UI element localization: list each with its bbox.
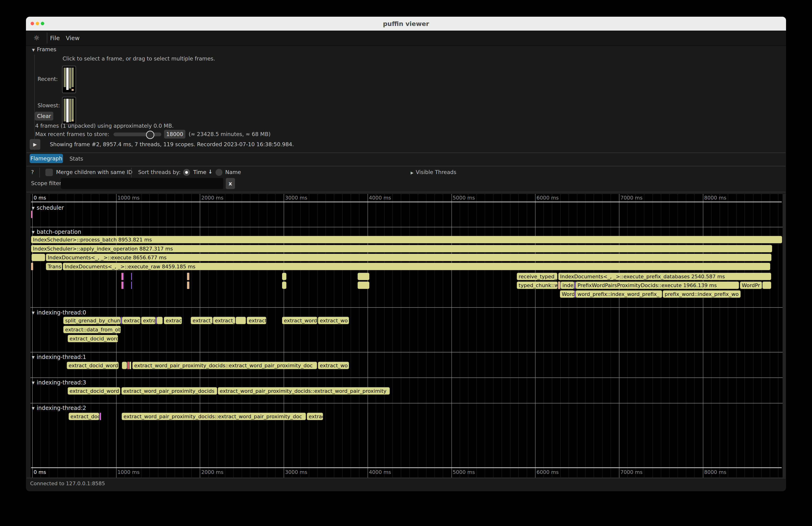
scope-bar[interactable]: prefix_word::index_prefix_wo [663, 290, 741, 298]
scope-bar[interactable]: extract_wo [318, 317, 349, 324]
scope-filter-label: Scope filter: [31, 180, 63, 186]
thread-group-header-indexing-thread:0[interactable]: ▼indexing-thread:0 [32, 309, 86, 316]
scope-bar[interactable] [122, 273, 124, 280]
thread-group-header-indexing-thread:3[interactable]: ▼indexing-thread:3 [32, 379, 86, 386]
scope-bar[interactable]: PrefixWordPairsProximityDocids::execute … [576, 281, 739, 289]
sort-name-radio[interactable] [216, 169, 222, 176]
tab-stats[interactable]: Stats [70, 156, 83, 162]
scope-bar[interactable]: IndexDocuments<_, _>::execute_prefix_dat… [558, 273, 771, 280]
menu-divider [47, 32, 47, 44]
clear-button[interactable]: Clear [35, 112, 53, 120]
scope-bar[interactable] [575, 281, 576, 289]
scope-bar[interactable]: receive_typed_ [517, 273, 557, 280]
clear-filter-button[interactable]: x [226, 178, 235, 189]
scope-bar[interactable]: extrac [307, 413, 323, 420]
scope-bar[interactable] [100, 413, 101, 420]
scope-bar[interactable] [121, 317, 122, 324]
scrollbar[interactable] [783, 194, 786, 477]
merge-children-checkbox[interactable] [45, 169, 53, 176]
slider-knob[interactable] [146, 131, 154, 139]
scope-bar[interactable] [236, 317, 246, 324]
scope-bar[interactable]: extract::data_from_ob [63, 326, 121, 333]
play-button[interactable]: ▶ [30, 139, 40, 150]
scope-bar[interactable] [187, 281, 189, 289]
scope-bar[interactable]: extract_ [213, 317, 235, 324]
menu-file[interactable]: File [50, 35, 60, 42]
recent-frame-thumbnail[interactable] [62, 66, 76, 93]
scope-bar[interactable] [31, 254, 45, 261]
scope-bar[interactable]: Word [560, 290, 575, 298]
scope-bar[interactable] [575, 290, 576, 298]
scope-bar[interactable]: extract_word_pair_proximity_docids::extr… [122, 413, 306, 420]
frame-mini-bar [69, 99, 71, 122]
scope-bar[interactable] [187, 273, 189, 280]
scope-bar[interactable] [130, 362, 131, 369]
scope-bar[interactable]: extract_word [282, 317, 317, 324]
scope-bar[interactable] [156, 317, 156, 324]
scope-bar[interactable] [763, 281, 771, 289]
thread-group-header-indexing-thread:2[interactable]: ▼indexing-thread:2 [32, 405, 86, 411]
scope-bar[interactable]: Trans [46, 263, 62, 270]
scope-bar[interactable]: extract_word_pair_proximity_docids::extr… [218, 387, 390, 395]
scope-bar[interactable]: extract_docid_word [67, 362, 119, 369]
sort-time-radio[interactable] [183, 169, 190, 176]
scope-bar[interactable]: extract [247, 317, 266, 324]
scope-filter-input[interactable] [61, 178, 223, 189]
axis-tick-label: 0 ms [33, 469, 46, 475]
slowest-frame-thumbnail[interactable] [62, 97, 76, 124]
scope-bar[interactable]: IndexDocuments<_, _>::execute 8656.677 m… [46, 254, 771, 261]
scope-bar[interactable] [282, 273, 287, 280]
scope-bar[interactable]: word_prefix::index_word_prefix_ [576, 290, 662, 298]
scope-bar[interactable]: extrac [164, 317, 182, 324]
chevron-down-icon: ▼ [32, 48, 35, 52]
frames-section-toggle[interactable]: ▼Frames [32, 46, 56, 53]
divider [26, 152, 786, 153]
scope-bar[interactable]: extract_word_pair_proximity_docids [121, 387, 217, 395]
chevron-right-icon: ▶ [411, 171, 414, 175]
scope-bar[interactable]: extract_docid_word [68, 335, 118, 342]
scope-bar[interactable]: WordPr [740, 281, 762, 289]
scope-bar[interactable]: extract_ [191, 317, 213, 324]
thread-group-header-indexing-thread:1[interactable]: ▼indexing-thread:1 [32, 354, 86, 360]
scope-bar[interactable]: extract_doc [69, 413, 99, 420]
scope-bar[interactable] [122, 362, 127, 369]
theme-toggle-icon[interactable]: ☼ [33, 34, 40, 42]
axis-tick-label: 3000 ms [285, 469, 307, 475]
max-frames-value[interactable]: 18000 [164, 130, 185, 138]
scope-bar[interactable] [358, 281, 369, 289]
visible-threads-toggle[interactable]: ▶Visible Threads [411, 169, 456, 175]
scope-bar[interactable] [131, 273, 132, 280]
sort-direction-arrow-icon[interactable]: ↓ [208, 169, 213, 175]
divider [26, 478, 786, 478]
scope-bar[interactable] [358, 273, 369, 280]
max-frames-note: (≈ 23428.5 minutes, ≈ 68 MB) [189, 131, 271, 137]
scope-bar[interactable] [131, 281, 132, 289]
scope-bar[interactable] [157, 317, 163, 324]
tab-flamegraph[interactable]: Flamegraph [30, 154, 63, 163]
scope-bar[interactable]: extra [141, 317, 156, 324]
menu-view[interactable]: View [66, 35, 79, 42]
help-button[interactable]: ? [31, 169, 34, 175]
scope-bar[interactable]: index [561, 281, 574, 289]
scope-bar[interactable]: IndexScheduler>::apply_index_operation 8… [31, 245, 772, 252]
scope-bar[interactable] [31, 263, 33, 270]
frame-mini-bar [72, 120, 74, 121]
scope-bar[interactable]: extract [122, 317, 141, 324]
scope-bar[interactable] [282, 281, 287, 289]
scope-bar[interactable] [122, 281, 124, 289]
scope-bar[interactable] [32, 210, 32, 218]
scope-bar[interactable]: IndexScheduler>::process_batch 8953.821 … [31, 236, 782, 243]
indent-guide [34, 55, 35, 150]
scope-bar[interactable]: typed_chunk::w [517, 281, 557, 289]
scope-bar[interactable]: extract_word_pair_proximity_docids::extr… [132, 362, 317, 369]
thread-group-header-batch-operation[interactable]: ▼batch-operation [32, 229, 81, 235]
scope-bar[interactable] [558, 281, 560, 289]
scope-bar[interactable]: IndexDocuments<_, _>::execute_raw 8459.1… [63, 263, 770, 270]
scope-bar[interactable]: extract_docid_word [68, 387, 120, 395]
scope-bar[interactable]: extract_wo [318, 362, 349, 369]
scope-bar[interactable] [127, 362, 129, 369]
scope-bar[interactable]: split_grenad_by_chun [63, 317, 121, 324]
thread-group-header-scheduler[interactable]: ▼scheduler [32, 205, 64, 211]
chevron-down-icon: ▼ [32, 355, 34, 360]
flamegraph-canvas[interactable]: 0 ms0 ms1000 ms1000 ms2000 ms2000 ms3000… [30, 194, 783, 478]
